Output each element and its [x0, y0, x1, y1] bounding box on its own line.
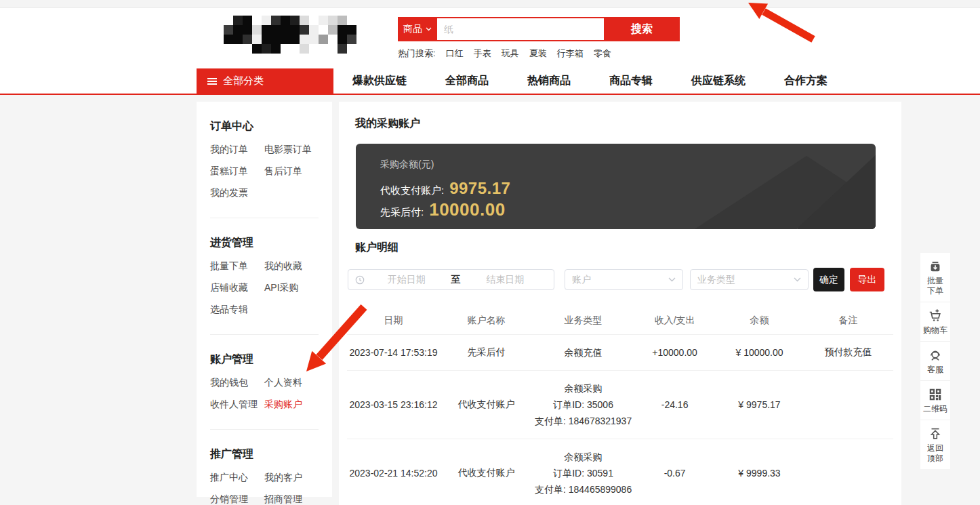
logo-pixel — [233, 44, 243, 54]
search-category-label: 商品 — [403, 23, 422, 35]
sidebar-item-active[interactable]: 采购账户 — [264, 394, 319, 416]
table-cell: 代收支付账户 — [440, 389, 533, 420]
hot-search-term[interactable]: 行李箱 — [557, 47, 584, 60]
nav-items: 爆款供应链全部商品热销商品商品专辑供应链系统合作方案 — [352, 68, 828, 94]
business-type-line: 订单ID: 30591 — [533, 465, 634, 481]
table-cell: +10000.00 — [634, 338, 716, 367]
business-type-line: 余额采购 — [533, 380, 634, 397]
sidebar-item-link[interactable]: 我的收藏 — [264, 256, 319, 277]
balance-row: 先采后付:10000.00 — [380, 199, 510, 220]
clock-icon — [355, 275, 365, 285]
nav-item[interactable]: 供应链系统 — [691, 74, 746, 88]
sidebar-menu: 订单中心我的订单电影票订单蛋糕订单售后订单我的发票进货管理批量下单我的收藏店铺收… — [197, 102, 332, 497]
table-header-cell: 账户名称 — [440, 307, 533, 334]
balance-amount: 10000.00 — [429, 199, 505, 220]
batch-order-icon — [928, 259, 943, 274]
logo-pixel — [252, 16, 262, 25]
table-cell: -24.16 — [634, 390, 716, 420]
search-button[interactable]: 搜索 — [604, 17, 680, 41]
sidebar-links: 批量下单我的收藏店铺收藏API采购选品专辑 — [210, 256, 319, 321]
start-date-placeholder[interactable]: 开始日期 — [365, 274, 449, 286]
search-category-dropdown[interactable]: 商品 — [398, 17, 437, 41]
toolbar-item-购物车[interactable]: 购物车 — [920, 302, 950, 341]
logo-pixel — [262, 44, 271, 54]
hot-search-term[interactable]: 手表 — [474, 47, 491, 60]
toolbar-item-客服[interactable]: 客服 — [920, 341, 950, 380]
sidebar-item-link[interactable]: 售后订单 — [264, 161, 319, 182]
hot-search-term[interactable]: 零食 — [594, 47, 611, 60]
logo-pixel — [271, 44, 281, 54]
logo-pixel — [309, 16, 319, 25]
logo-pixel — [309, 35, 319, 44]
sidebar-item-link[interactable]: 蛋糕订单 — [210, 161, 264, 182]
sidebar-item-link[interactable]: 店铺收藏 — [210, 277, 264, 299]
export-button[interactable]: 导出 — [850, 268, 884, 291]
logo-pixel — [328, 25, 338, 35]
business-type-line: 订单ID: 35006 — [533, 397, 634, 413]
nav-item[interactable]: 合作方案 — [784, 74, 828, 88]
logo-pixel — [319, 44, 328, 54]
qrcode-icon — [928, 387, 943, 402]
table-cell: 先采后付 — [440, 337, 533, 368]
table-cell — [803, 395, 893, 414]
nav-item[interactable]: 热销商品 — [527, 74, 571, 88]
sidebar-item-link[interactable]: 我的发票 — [210, 182, 264, 204]
sidebar-item-link[interactable]: 我的客户 — [264, 467, 319, 489]
toolbar-item-label: 返回顶部 — [927, 443, 943, 464]
nav-item[interactable]: 全部商品 — [445, 74, 489, 88]
sidebar-item-link[interactable]: 个人资料 — [264, 372, 319, 394]
sidebar-item-link[interactable]: 推广中心 — [210, 467, 264, 489]
logo-pixel — [328, 35, 338, 44]
business-type-select[interactable]: 业务类型 — [690, 269, 809, 290]
logo-pixel — [224, 44, 233, 54]
logo-pixel — [347, 25, 356, 35]
hot-search-term[interactable]: 夏装 — [529, 47, 547, 60]
main-nav: 全部分类 爆款供应链全部商品热销商品商品专辑供应链系统合作方案 — [0, 68, 980, 94]
business-type-line: 余额充值 — [533, 344, 634, 361]
hamburger-icon — [207, 78, 217, 85]
search-bar: 商品 搜索 — [398, 17, 680, 41]
logo-pixel — [300, 16, 309, 25]
toolbar-item-label: 客服 — [927, 365, 943, 375]
table-cell: ¥ 10000.00 — [716, 338, 803, 367]
all-categories-button[interactable]: 全部分类 — [197, 68, 333, 94]
sidebar-item-link[interactable]: 我的钱包 — [210, 372, 264, 394]
toolbar-item-二维码[interactable]: 二维码 — [920, 380, 950, 420]
page-body: 订单中心我的订单电影票订单蛋糕订单售后订单我的发票进货管理批量下单我的收藏店铺收… — [0, 96, 980, 505]
sidebar-item-link[interactable]: API采购 — [264, 277, 319, 299]
sidebar-item-link[interactable]: 收件人管理 — [210, 394, 264, 416]
balance-account-label: 先采后付: — [380, 206, 424, 219]
hot-search-term[interactable]: 口红 — [446, 47, 464, 60]
toolbar-item-返回顶部[interactable]: 返回顶部 — [920, 420, 950, 469]
balance-amount: 9975.17 — [449, 179, 510, 198]
table-cell: 2023-03-15 23:16:12 — [347, 390, 440, 420]
end-date-placeholder[interactable]: 结束日期 — [464, 274, 548, 286]
confirm-button[interactable]: 确定 — [813, 268, 844, 291]
sidebar-item-link[interactable]: 批量下单 — [210, 256, 264, 277]
sidebar-item-link[interactable]: 分销管理 — [210, 489, 264, 505]
sidebar-item-link[interactable]: 我的订单 — [210, 139, 264, 161]
logo-pixel — [233, 25, 243, 35]
account-select[interactable]: 账户 — [565, 269, 683, 290]
toolbar-item-批量下单[interactable]: 批量下单 — [920, 253, 950, 302]
nav-item[interactable]: 商品专辑 — [609, 74, 653, 88]
sidebar-item-link[interactable]: 选品专辑 — [210, 299, 264, 321]
logo-pixel — [290, 16, 300, 25]
toolbar-item-label: 批量下单 — [927, 276, 943, 296]
table-cell: 2023-07-14 17:53:19 — [347, 338, 440, 367]
nav-item[interactable]: 爆款供应链 — [352, 74, 407, 88]
sidebar-section-title: 进货管理 — [210, 218, 319, 256]
logo-pixel — [347, 16, 356, 25]
logo-pixel — [252, 44, 262, 54]
sidebar-item-link[interactable]: 招商管理 — [264, 489, 319, 505]
logo-pixel — [271, 25, 281, 35]
table-cell: ¥ 9999.33 — [716, 458, 803, 488]
logo-pixel — [281, 16, 290, 25]
site-logo[interactable] — [224, 16, 356, 54]
hot-search-terms: 口红手表玩具夏装行李箱零食 — [446, 47, 611, 60]
search-input[interactable] — [437, 18, 604, 40]
logo-pixel — [252, 25, 262, 35]
date-range-picker[interactable]: 开始日期 至 结束日期 — [348, 269, 554, 290]
sidebar-item-link[interactable]: 电影票订单 — [264, 139, 319, 161]
hot-search-term[interactable]: 玩具 — [502, 47, 519, 60]
